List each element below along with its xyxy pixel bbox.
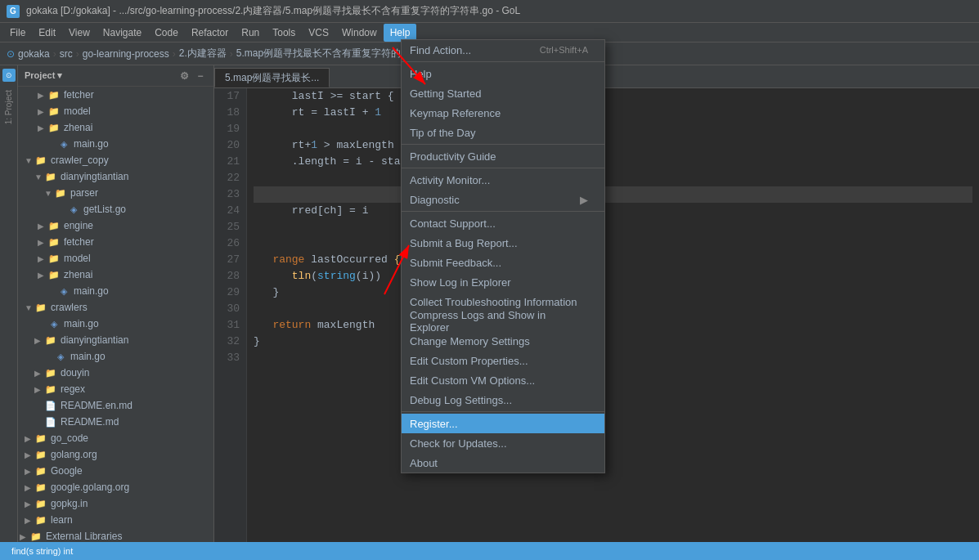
menu-check-updates[interactable]: Check for Updates... xyxy=(402,433,604,453)
folder-icon: 📁 xyxy=(34,432,47,445)
list-item[interactable]: ▶ 📁 Google xyxy=(18,463,213,479)
code-content[interactable]: lastI >= start { rt = lastI + 1 rt+1 > m… xyxy=(247,88,979,560)
menu-find-action[interactable]: Find Action... Ctrl+Shift+A xyxy=(402,40,604,60)
list-item[interactable]: ◈ getList.go xyxy=(18,201,213,217)
list-item[interactable]: ▶ 📁 zhenai xyxy=(18,119,213,136)
menu-vcs[interactable]: VCS xyxy=(302,24,335,42)
code-line xyxy=(254,235,972,252)
code-line: .length = i - start + 1 xyxy=(254,154,972,170)
menu-view[interactable]: View xyxy=(62,24,97,42)
list-item[interactable]: ◈ main.go xyxy=(18,316,213,332)
list-item[interactable]: ▶ 📁 regex xyxy=(18,381,213,397)
list-item[interactable]: ▶ 📁 fetcher xyxy=(18,234,213,250)
list-item[interactable]: ▶ 📁 fetcher xyxy=(18,87,213,103)
menu-register[interactable]: Register... xyxy=(402,414,604,433)
menu-window[interactable]: Window xyxy=(335,24,384,42)
list-item[interactable]: ◈ main.go xyxy=(18,136,213,152)
menu-change-memory[interactable]: Change Memory Settings xyxy=(402,331,604,351)
menu-about[interactable]: About xyxy=(402,453,604,473)
list-item[interactable]: ◈ main.go xyxy=(18,283,213,299)
menu-file[interactable]: File xyxy=(3,24,32,42)
code-line xyxy=(254,350,972,366)
folder-icon: 📁 xyxy=(44,366,57,379)
editor-tab-active[interactable]: 5.map例题寻找最长... xyxy=(214,68,330,87)
folder-icon: 📁 xyxy=(44,170,57,183)
folder-icon: 📁 xyxy=(34,448,47,461)
menu-help-item[interactable]: Help xyxy=(402,64,604,83)
folder-icon: 📁 xyxy=(34,481,47,494)
list-item[interactable]: ◈ main.go xyxy=(18,348,213,365)
status-bar: find(s string) int xyxy=(0,542,979,560)
menu-debug-log[interactable]: Debug Log Settings... xyxy=(402,390,604,410)
list-item[interactable]: ▶ 📁 learn xyxy=(18,512,213,528)
menu-tip-of-day[interactable]: Tip of the Day xyxy=(402,123,604,142)
status-text: find(s string) int xyxy=(7,546,78,556)
list-item[interactable]: ▶ 📁 zhenai xyxy=(18,267,213,283)
menu-separator xyxy=(402,411,604,412)
sidebar-settings-button[interactable]: ⚙ xyxy=(177,69,191,83)
menu-separator xyxy=(402,61,604,62)
breadcrumb-src[interactable]: src xyxy=(60,48,73,60)
mdfile-icon: 📄 xyxy=(44,399,57,412)
folder-icon: 📁 xyxy=(47,88,61,101)
menu-show-log[interactable]: Show Log in Explorer xyxy=(402,272,604,292)
sidebar-minimize-button[interactable]: − xyxy=(194,69,207,83)
code-line: lastI >= start { xyxy=(254,88,972,105)
sidebar-title: Project ▾ xyxy=(25,70,62,81)
code-line: tln(string(i)) xyxy=(254,268,972,284)
code-line: } xyxy=(254,334,972,350)
code-line xyxy=(254,121,972,137)
list-item[interactable]: ▶ 📁 gopkg.in xyxy=(18,495,213,512)
list-item[interactable]: ▶ 📁 engine xyxy=(18,217,213,234)
list-item[interactable]: ▶ 📁 dianyingtiantian xyxy=(18,332,213,348)
menu-productivity-guide[interactable]: Productivity Guide xyxy=(402,146,604,166)
sidebar-tree: ▶ 📁 fetcher ▶ 📁 model ▶ 📁 zhenai ◈ main.… xyxy=(18,87,213,560)
tab-label: 5.map例题寻找最长... xyxy=(225,71,319,85)
menu-separator xyxy=(402,168,604,168)
menu-activity-monitor[interactable]: Activity Monitor... xyxy=(402,170,604,190)
list-item[interactable]: ▼ 📁 dianyingtiantian xyxy=(18,168,213,185)
menu-contact-support[interactable]: Contact Support... xyxy=(402,213,604,233)
list-item[interactable]: 📄 README.md xyxy=(18,414,213,430)
list-item[interactable]: ▶ 📁 go_code xyxy=(18,430,213,446)
menu-keymap-reference[interactable]: Keymap Reference xyxy=(402,103,604,123)
menu-refactor[interactable]: Refactor xyxy=(185,24,235,42)
folder-icon: 📁 xyxy=(47,219,61,232)
menu-edit-custom-vm[interactable]: Edit Custom VM Options... xyxy=(402,370,604,390)
menu-navigate[interactable]: Navigate xyxy=(97,24,148,42)
gofile-icon: ◈ xyxy=(57,137,70,150)
list-item[interactable]: ▼ 📁 crawlers xyxy=(18,299,213,316)
code-line: } xyxy=(254,284,972,301)
breadcrumb-icon: ⊙ xyxy=(7,48,15,60)
mdfile-icon: 📄 xyxy=(44,415,57,428)
menu-diagnostic[interactable]: Diagnostic ▶ xyxy=(402,190,604,209)
menu-compress-logs[interactable]: Compress Logs and Show in Explorer xyxy=(402,311,604,331)
app-icon: G xyxy=(7,5,20,18)
menu-tools[interactable]: Tools xyxy=(266,24,302,42)
menu-code[interactable]: Code xyxy=(148,24,185,42)
folder-icon: 📁 xyxy=(34,464,47,477)
menu-submit-bug[interactable]: Submit a Bug Report... xyxy=(402,233,604,253)
breadcrumb-folder[interactable]: 2.内建容器 xyxy=(179,47,227,60)
folder-icon: 📁 xyxy=(34,497,47,510)
list-item[interactable]: ▶ 📁 model xyxy=(18,103,213,119)
list-item[interactable]: ▶ 📁 douyin xyxy=(18,365,213,381)
list-item[interactable]: ▼ 📁 crawler_copy xyxy=(18,152,213,168)
menu-run[interactable]: Run xyxy=(235,24,266,42)
breadcrumb-project[interactable]: go-learning-process xyxy=(83,48,169,60)
list-item[interactable]: ▶ 📁 golang.org xyxy=(18,446,213,463)
list-item[interactable]: ▼ 📁 parser xyxy=(18,185,213,201)
menu-submit-feedback[interactable]: Submit Feedback... xyxy=(402,253,604,272)
code-line xyxy=(254,301,972,317)
menu-getting-started[interactable]: Getting Started xyxy=(402,83,604,103)
list-item[interactable]: 📄 README.en.md xyxy=(18,397,213,414)
title-bar: G gokaka [D:/gokaka] - .../src/go-learni… xyxy=(0,0,979,23)
list-item[interactable]: ▶ 📁 model xyxy=(18,250,213,267)
breadcrumb-gokaka[interactable]: gokaka xyxy=(18,48,50,60)
project-label[interactable]: 1: Project xyxy=(2,87,15,128)
folder-icon: 📁 xyxy=(34,154,47,167)
left-strip: ⊙ 1: Project xyxy=(0,65,18,560)
menu-edit-custom-props[interactable]: Edit Custom Properties... xyxy=(402,351,604,370)
list-item[interactable]: ▶ 📁 google.golang.org xyxy=(18,479,213,495)
menu-edit[interactable]: Edit xyxy=(32,24,62,42)
